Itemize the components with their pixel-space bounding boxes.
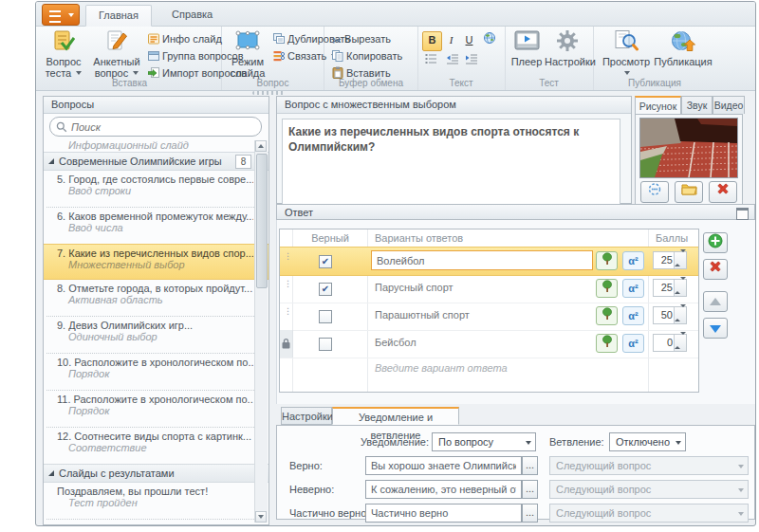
points-field[interactable]: 0 [653, 334, 687, 352]
tab-help[interactable]: Справка [159, 5, 225, 25]
list-button[interactable] [422, 52, 440, 70]
copy-button[interactable]: Копировать [332, 48, 402, 64]
player-button[interactable]: Плеер [509, 29, 545, 67]
points-spinner[interactable] [674, 307, 686, 323]
incorrect-message-input[interactable] [365, 480, 522, 499]
drag-handle-icon[interactable]: ⋮ [284, 254, 292, 259]
question-test-button[interactable]: Вопрос теста [40, 29, 87, 79]
list-item[interactable]: Поздравляем, вы прошли тест! Тест пройде… [44, 483, 268, 519]
tab-settings[interactable]: Настройки [281, 407, 332, 425]
question-panel: Вопрос с множественным выбором Какие из … [276, 96, 632, 204]
list-item[interactable]: 9. Девиз Олимпийских игр... Одиночный вы… [44, 317, 268, 353]
cut-button[interactable]: ✂Вырезать [332, 31, 391, 46]
question-picture-thumbnail[interactable] [639, 118, 738, 178]
delete-picture-button[interactable] [709, 181, 737, 203]
expander-triangle-icon [48, 158, 54, 164]
scrollbar-thumb[interactable] [256, 154, 268, 288]
decrease-indent-button[interactable] [443, 52, 461, 70]
answer-formula-button[interactable]: α² [622, 334, 644, 353]
survey-question-button[interactable]: Анкетный вопрос [89, 29, 144, 79]
correct-message-input[interactable] [365, 456, 522, 475]
questions-sidebar: Вопросы Информационный слайд Современные… [43, 96, 269, 525]
tab-home[interactable]: Главная [85, 5, 152, 27]
increase-indent-button[interactable] [462, 52, 480, 70]
answer-formula-button[interactable]: α² [622, 279, 644, 298]
points-spinner[interactable] [674, 252, 686, 268]
answer-text[interactable]: Парусный спорт [375, 282, 454, 293]
list-item[interactable]: 11. Расположите в хронологическом по... … [44, 391, 268, 427]
list-item[interactable]: К сожалению, вы не прошли тест. Поп... Т… [44, 520, 268, 524]
answer-text-input[interactable] [371, 250, 593, 270]
correct-checkbox-unchecked[interactable] [319, 310, 332, 323]
list-item[interactable]: 6. Каков временной промежуток между... В… [44, 208, 268, 244]
tab-video[interactable]: Видео [713, 96, 745, 114]
answer-row-locked[interactable]: Бейсбол α² 0 [280, 330, 698, 358]
correct-checkbox-checked[interactable] [319, 255, 332, 268]
list-item[interactable]: 10. Расположите в хронологическом по... … [44, 354, 268, 390]
application-menu-button[interactable] [42, 4, 80, 26]
partially-correct-message-input[interactable] [365, 504, 522, 523]
info-slide-button[interactable]: Инфо слайд [148, 31, 222, 46]
answer-image-button[interactable] [596, 279, 618, 298]
drag-handle-icon[interactable]: ⋮ [284, 309, 292, 314]
drag-handle-icon[interactable]: ⋮ [284, 282, 292, 286]
tab-picture[interactable]: Рисунок [635, 96, 681, 114]
picture-options-button[interactable] [640, 181, 669, 203]
open-picture-button[interactable] [675, 181, 703, 203]
branching-dropdown[interactable]: Отключено [609, 432, 686, 451]
answer-image-button[interactable] [596, 306, 618, 325]
italic-button[interactable]: I [442, 31, 460, 49]
answer-text[interactable]: Парашютный спорт [375, 309, 470, 321]
answer-formula-button[interactable]: α² [622, 251, 644, 270]
incorrect-more-button[interactable]: ... [522, 480, 538, 499]
list-item[interactable]: 12. Соотнесите виды спорта с картинк... … [44, 428, 268, 464]
points-spinner[interactable] [674, 335, 686, 351]
sidebar-scrollbar[interactable] [254, 140, 268, 523]
bold-button[interactable]: B [422, 31, 442, 51]
slide-mode-button[interactable]: Режим слайда [226, 29, 269, 79]
list-item[interactable]: 5. Город, где состоялись первые совре...… [44, 171, 268, 207]
answer-image-button[interactable] [596, 251, 618, 270]
scroll-down-button[interactable] [255, 511, 267, 523]
correct-more-button[interactable]: ... [522, 456, 538, 475]
settings-button[interactable]: Настройки [545, 29, 590, 67]
answer-image-button[interactable] [596, 334, 618, 353]
list-item[interactable]: 8. Отметьте города, в которых пройдут...… [44, 280, 268, 316]
move-up-button[interactable] [703, 291, 728, 312]
list-item-selected[interactable]: 7. Какие из перечисленных видов спор... … [44, 244, 268, 280]
answer-text[interactable]: Бейсбол [375, 337, 417, 348]
add-answer-button[interactable] [703, 232, 728, 253]
delete-answer-button[interactable] [703, 259, 728, 280]
preview-button[interactable]: Просмотр [601, 29, 652, 79]
correct-checkbox-unchecked[interactable] [319, 338, 332, 351]
answer-row[interactable]: ⋮ Парусный спорт α² 25 [280, 275, 698, 303]
settings-label: Настройки [545, 56, 596, 67]
collapse-panel-icon[interactable] [736, 208, 749, 220]
tab-audio[interactable]: Звук [681, 96, 713, 114]
answer-row[interactable]: ⋮ α² 25 [280, 247, 698, 276]
points-field[interactable]: 50 [653, 306, 687, 324]
list-item-partial-subtitle[interactable]: Информационный слайд [44, 138, 268, 152]
notification-dropdown[interactable]: По вопросу [432, 432, 536, 451]
search-box[interactable] [49, 117, 262, 137]
tab-feedback-branching[interactable]: Уведомление и ветвление [332, 407, 459, 425]
group-row-olympic-games[interactable]: Современные Олимпийские игры 8 [44, 152, 268, 171]
answer-formula-button[interactable]: α² [622, 306, 644, 325]
splitter-grip[interactable] [252, 91, 285, 95]
answer-row[interactable]: ⋮ Парашютный спорт α² 50 [280, 303, 698, 331]
new-answer-placeholder[interactable]: Введите вариант ответа [375, 362, 508, 374]
group-row-result-slides[interactable]: Слайды с результатами [44, 464, 268, 483]
question-text-editor[interactable]: Какие из перечисленных видов спорта отно… [282, 119, 620, 205]
underline-button[interactable]: U [460, 31, 478, 49]
publish-button[interactable]: Публикация [654, 29, 713, 67]
search-input[interactable] [69, 119, 253, 135]
points-field[interactable]: 25 [653, 251, 687, 269]
scroll-up-button[interactable] [255, 140, 267, 152]
move-down-button[interactable] [703, 318, 728, 339]
points-field[interactable]: 25 [653, 279, 687, 297]
hyperlink-globe-button[interactable] [480, 31, 498, 49]
points-spinner[interactable] [674, 280, 686, 296]
partially-correct-more-button[interactable]: ... [522, 504, 538, 523]
add-icon [708, 233, 723, 248]
correct-checkbox-checked[interactable] [319, 283, 332, 296]
